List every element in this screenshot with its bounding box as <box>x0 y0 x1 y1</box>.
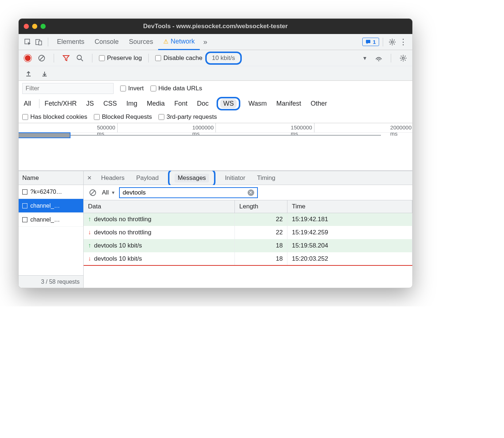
svg-line-14 <box>91 191 95 195</box>
message-text: devtools 10 kbit/s <box>94 242 142 249</box>
filter-type-other[interactable]: Other <box>309 99 329 108</box>
preserve-log-checkbox[interactable]: Preserve log <box>99 54 142 62</box>
device-toggle-icon[interactable] <box>33 37 44 48</box>
filter-type-css[interactable]: CSS <box>102 99 118 108</box>
network-conditions-icon[interactable] <box>373 53 384 64</box>
tab-elements[interactable]: Elements <box>52 34 89 50</box>
timeline-ruler: 500000 ms 1000000 ms 1500000 ms 2000000 … <box>19 123 412 133</box>
issues-count: 1 <box>373 39 376 45</box>
network-settings-gear-icon[interactable] <box>398 53 409 64</box>
request-row[interactable]: channel_… <box>19 199 83 213</box>
svg-rect-2 <box>39 41 42 45</box>
record-button[interactable] <box>22 53 33 64</box>
detail-tab-headers[interactable]: Headers <box>99 171 127 185</box>
filter-type-all[interactable]: All <box>22 99 33 108</box>
filter-type-doc[interactable]: Doc <box>195 99 210 108</box>
arrow-down-icon: ↓ <box>88 229 91 236</box>
detail-tab-initiator[interactable]: Initiator <box>223 171 248 185</box>
third-party-checkbox[interactable]: 3rd-party requests <box>159 113 217 121</box>
clear-messages-button[interactable] <box>87 187 98 198</box>
filter-input[interactable] <box>22 83 114 94</box>
disable-cache-checkbox[interactable]: Disable cache <box>155 54 202 62</box>
request-list-header[interactable]: Name <box>19 171 83 185</box>
filter-toggle-icon[interactable] <box>61 53 72 64</box>
detail-tab-timing[interactable]: Timing <box>255 171 278 185</box>
message-text: devtools no throttling <box>94 229 152 236</box>
timeline-overview[interactable]: 500000 ms 1000000 ms 1500000 ms 2000000 … <box>19 123 412 171</box>
filter-type-manifest[interactable]: Manifest <box>275 99 303 108</box>
kebab-menu-icon[interactable]: ⋮ <box>398 37 409 48</box>
titlebar: DevTools - www.piesocket.com/websocket-t… <box>19 19 412 34</box>
request-row[interactable]: channel_… <box>19 213 83 227</box>
blocked-cookies-checkbox[interactable]: Has blocked cookies <box>22 113 87 121</box>
search-icon[interactable] <box>75 53 85 64</box>
filter-type-ws[interactable]: WS <box>220 99 237 108</box>
invert-checkbox[interactable]: Invert <box>120 85 144 92</box>
tab-network[interactable]: ⚠ Network <box>158 34 200 50</box>
detail-tab-payload[interactable]: Payload <box>134 171 161 185</box>
more-tabs-chevron-icon[interactable]: » <box>200 37 211 48</box>
message-row[interactable]: ↓devtools no throttling 22 15:19:42.259 <box>84 226 412 239</box>
timeline-selection[interactable] <box>19 133 70 137</box>
inspect-element-icon[interactable] <box>22 37 33 48</box>
issues-badge[interactable]: 1 <box>362 38 379 46</box>
svg-line-8 <box>81 59 83 61</box>
filter-type-js[interactable]: JS <box>85 99 95 108</box>
window-title: DevTools - www.piesocket.com/websocket-t… <box>19 23 412 30</box>
detail-tab-messages[interactable]: Messages <box>172 171 211 185</box>
messages-toolbar: All ▼ ✕ <box>84 185 412 200</box>
message-length: 18 <box>235 252 287 265</box>
clear-button[interactable] <box>36 53 47 64</box>
svg-rect-3 <box>366 40 370 43</box>
message-search-box[interactable]: ✕ <box>119 187 258 198</box>
request-row[interactable]: ?k=62470… <box>19 185 83 199</box>
filter-type-fetch[interactable]: Fetch/XHR <box>39 99 78 108</box>
clear-search-icon[interactable]: ✕ <box>248 189 254 196</box>
export-har-icon[interactable] <box>39 68 50 79</box>
message-text: devtools 10 kbit/s <box>94 255 142 262</box>
filter-bar: Invert Hide data URLs All Fetch/XHR JS C… <box>19 81 412 123</box>
main-tabs-bar: Elements Console Sources ⚠ Network » 1 ⋮ <box>19 34 412 50</box>
filter-type-img[interactable]: Img <box>125 99 139 108</box>
file-icon <box>22 203 27 208</box>
separator <box>54 54 54 63</box>
svg-point-10 <box>402 57 404 59</box>
file-icon <box>22 217 27 222</box>
messages-table: Data Length Time ↑devtools no throttling… <box>84 200 412 266</box>
message-length: 22 <box>235 213 287 226</box>
message-time: 15:19:58.204 <box>287 239 412 252</box>
message-row[interactable]: ↑devtools 10 kbit/s 18 15:19:58.204 <box>84 239 412 252</box>
network-toolbar: Preserve log Disable cache 10 kbit/s ▼ <box>19 50 412 66</box>
filter-type-wasm[interactable]: Wasm <box>247 99 268 108</box>
tab-console[interactable]: Console <box>89 34 124 50</box>
har-toolbar <box>19 66 412 81</box>
message-row[interactable]: ↓devtools 10 kbit/s 18 15:20:03.252 <box>84 252 412 265</box>
throttling-select[interactable]: 10 kbit/s <box>205 52 241 65</box>
preserve-log-label: Preserve log <box>107 54 142 62</box>
message-search-input[interactable] <box>123 189 248 196</box>
hide-data-urls-checkbox[interactable]: Hide data URLs <box>150 85 202 92</box>
throttling-dropdown-icon[interactable]: ▼ <box>359 53 370 64</box>
col-length[interactable]: Length <box>235 200 287 213</box>
col-data[interactable]: Data <box>84 200 235 213</box>
settings-gear-icon[interactable] <box>387 37 398 48</box>
filter-type-font[interactable]: Font <box>173 99 189 108</box>
message-time: 15:19:42.181 <box>287 213 412 226</box>
request-list: Name ?k=62470… channel_… channel_… 3 / 5… <box>19 171 84 288</box>
arrow-up-icon: ↑ <box>88 216 91 223</box>
request-name: channel_… <box>30 216 60 223</box>
blocked-requests-checkbox[interactable]: Blocked Requests <box>94 113 152 121</box>
message-type-select[interactable]: All ▼ <box>102 189 115 196</box>
svg-point-7 <box>77 55 81 60</box>
close-detail-button[interactable]: × <box>87 174 92 182</box>
import-har-icon[interactable] <box>23 68 34 79</box>
message-row[interactable]: ↑devtools no throttling 22 15:19:42.181 <box>84 213 412 226</box>
request-name: channel_… <box>30 203 60 209</box>
tab-sources[interactable]: Sources <box>124 34 158 50</box>
separator <box>383 38 383 46</box>
filter-type-ws-highlight: WS <box>217 97 240 110</box>
col-time[interactable]: Time <box>287 200 412 213</box>
filter-type-media[interactable]: Media <box>145 99 166 108</box>
separator <box>148 54 149 63</box>
request-count-footer: 3 / 58 requests <box>19 275 83 288</box>
